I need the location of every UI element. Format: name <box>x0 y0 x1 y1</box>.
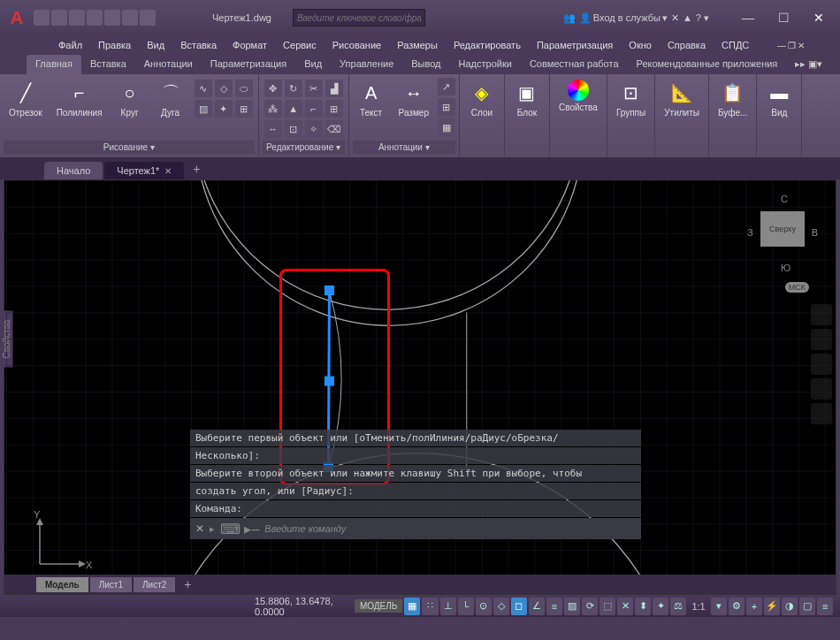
rtab-manage[interactable]: Управление <box>331 55 402 74</box>
osnap-toggle-icon[interactable]: ◻ <box>511 598 527 615</box>
tab-drawing[interactable]: Чертеж1*✕ <box>104 162 184 179</box>
groups-button[interactable]: ⊡Группы <box>611 78 651 119</box>
hardware-accel-icon[interactable]: ⚡ <box>764 598 780 615</box>
scale-dropdown-icon[interactable]: ▾ <box>711 598 727 615</box>
draw-tool-icon[interactable]: ▨ <box>195 100 212 118</box>
leader-icon[interactable]: ↗ <box>438 78 455 95</box>
annomonitor-icon[interactable]: + <box>746 598 762 615</box>
app-logo[interactable]: A <box>4 4 30 31</box>
panel-label[interactable]: Рисование ▾ <box>4 141 255 154</box>
menu-tools[interactable]: Сервис <box>278 38 322 52</box>
rtab-annotate[interactable]: Аннотации <box>135 55 202 74</box>
menu-file[interactable]: Файл <box>53 38 88 52</box>
compass-e[interactable]: В <box>812 227 818 238</box>
command-input-row[interactable]: ✕ ▸ ⌨ ▸– Введите команду <box>190 518 641 539</box>
array-icon[interactable]: ⊞ <box>325 100 343 118</box>
polar-toggle-icon[interactable]: ⊙ <box>476 598 492 615</box>
layout-sheet2[interactable]: Лист2 <box>134 577 175 592</box>
stretch-icon[interactable]: ↔ <box>264 120 282 138</box>
menu-parametric[interactable]: Параметризация <box>531 38 618 52</box>
compass-n[interactable]: С <box>781 194 788 204</box>
arc-button[interactable]: ⌒Дуга <box>152 78 189 119</box>
qat-save-icon[interactable] <box>69 10 85 26</box>
draw-tool-icon[interactable]: ∿ <box>195 80 212 97</box>
selection-toggle-icon[interactable]: ⬍ <box>635 598 651 615</box>
ortho-toggle-icon[interactable]: └ <box>458 598 474 615</box>
rtab-featured[interactable]: Рекомендованные приложения <box>628 55 787 74</box>
tab-close-icon[interactable]: ✕ <box>164 166 172 176</box>
annot-tool-icon[interactable]: ▦ <box>438 118 455 136</box>
offset-icon[interactable]: ⊡ <box>285 120 302 138</box>
menu-view[interactable]: Вид <box>141 38 170 52</box>
rtab-collab[interactable]: Совместная работа <box>521 55 628 74</box>
clipboard-button[interactable]: 📋Буфе... <box>713 78 752 119</box>
qat-undo-icon[interactable] <box>122 10 138 26</box>
customize-icon[interactable]: ≡ <box>817 598 833 615</box>
table-icon[interactable]: ⊞ <box>438 98 455 116</box>
menu-dimension[interactable]: Размеры <box>392 38 443 52</box>
compass-w[interactable]: З <box>747 227 753 238</box>
panel-label[interactable]: Аннотации ▾ <box>353 141 455 154</box>
wcs-badge[interactable]: МСК <box>785 282 809 293</box>
qat-plot-icon[interactable] <box>104 10 120 26</box>
menu-format[interactable]: Формат <box>227 38 272 52</box>
trim-icon[interactable]: ✂ <box>305 80 323 97</box>
draw-tool-icon[interactable]: ⬭ <box>235 80 253 97</box>
lineweight-toggle-icon[interactable]: ≡ <box>546 598 562 615</box>
otrack-toggle-icon[interactable]: ∠ <box>529 598 545 615</box>
move-icon[interactable]: ✥ <box>264 80 282 97</box>
help-icon[interactable]: ? ▾ <box>696 12 709 24</box>
layout-add-button[interactable]: + <box>177 577 198 591</box>
people-icon[interactable]: 👥 <box>563 12 576 24</box>
nav-pan-icon[interactable] <box>811 329 832 350</box>
utilities-button[interactable]: 📐Утилиты <box>659 78 705 119</box>
nav-zoom-icon[interactable] <box>811 354 832 375</box>
fillet-icon[interactable]: ⌐ <box>305 100 323 118</box>
isolate-icon[interactable]: ◑ <box>782 598 798 615</box>
model-space-badge[interactable]: МОДЕЛЬ <box>355 599 402 613</box>
grid-toggle-icon[interactable]: ▦ <box>404 598 420 615</box>
nav-wheel-icon[interactable] <box>811 304 832 325</box>
viewcube-top[interactable]: Сверху <box>760 211 805 247</box>
view-button[interactable]: ▬Вид <box>760 78 798 119</box>
cmd-expand-icon[interactable]: ▸ <box>210 523 215 535</box>
line-button[interactable]: ╱Отрезок <box>4 78 48 119</box>
command-input[interactable]: Введите команду <box>264 523 346 534</box>
rtab-parametric[interactable]: Параметризация <box>202 55 295 74</box>
menu-spds[interactable]: СПДС <box>716 38 754 52</box>
new-tab-button[interactable]: + <box>186 158 207 179</box>
draw-tool-icon[interactable]: ⊞ <box>235 100 253 118</box>
transparency-toggle-icon[interactable]: ▨ <box>564 598 580 615</box>
coords-readout[interactable]: 15.8806, 13.6478, 0.0000 <box>255 596 346 617</box>
doc-close-icon[interactable]: ✕ <box>798 41 805 50</box>
erase-icon[interactable]: ⌫ <box>325 120 343 138</box>
rtab-output[interactable]: Вывод <box>402 55 449 74</box>
rtab-extra[interactable]: ▸▸ ▣▾ <box>786 55 831 74</box>
minimize-button[interactable]: — <box>730 4 766 31</box>
properties-button[interactable]: Свойства <box>554 78 603 114</box>
cleanscreen-icon[interactable]: ▢ <box>799 598 815 615</box>
menu-edit[interactable]: Правка <box>93 38 136 52</box>
qat-new-icon[interactable] <box>34 10 50 26</box>
explode-icon[interactable]: ✧ <box>305 120 323 138</box>
infer-toggle-icon[interactable]: ⊥ <box>440 598 456 615</box>
workspace-switch-icon[interactable]: ⚙ <box>729 598 745 615</box>
circle-button[interactable]: ○Круг <box>111 78 149 119</box>
doc-restore-icon[interactable]: ❐ <box>788 41 796 50</box>
snap-toggle-icon[interactable]: ∷ <box>422 598 438 615</box>
iso-toggle-icon[interactable]: ◇ <box>493 598 509 615</box>
dimension-button[interactable]: ↔Размер <box>393 78 434 136</box>
command-window[interactable]: Выберите первый объект или [оТменить/пол… <box>190 430 641 539</box>
layers-button[interactable]: ◈Слои <box>463 78 500 119</box>
draw-tool-icon[interactable]: ◇ <box>215 80 233 97</box>
3dosnap-toggle-icon[interactable]: ⬚ <box>599 598 615 615</box>
search-input[interactable] <box>293 9 425 27</box>
exchange-icon[interactable]: ✕ <box>671 12 679 24</box>
menu-window[interactable]: Окно <box>623 38 657 52</box>
rtab-home[interactable]: Главная <box>27 55 81 74</box>
rotate-icon[interactable]: ↻ <box>285 80 302 97</box>
mirror-icon[interactable]: ▟ <box>325 80 343 97</box>
qat-redo-icon[interactable] <box>140 10 156 26</box>
dynucs-toggle-icon[interactable]: ✕ <box>617 598 633 615</box>
qat-saveas-icon[interactable] <box>87 10 103 26</box>
